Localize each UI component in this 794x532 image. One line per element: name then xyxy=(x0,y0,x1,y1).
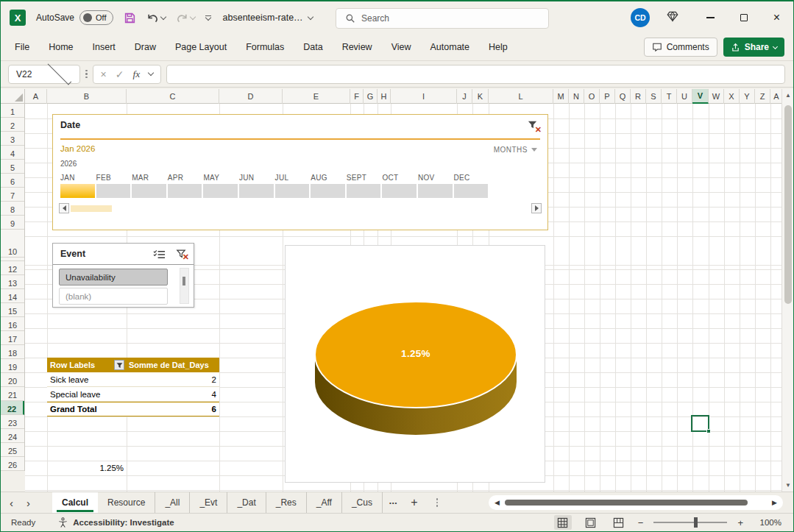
column-header-J-9[interactable]: J xyxy=(457,89,472,104)
timeline-period-dropdown[interactable]: MONTHS xyxy=(494,146,537,154)
column-header-R-17[interactable]: R xyxy=(631,89,646,104)
row-header-24[interactable]: 24 xyxy=(1,429,24,443)
horizontal-scrollbar-thumb[interactable] xyxy=(505,500,748,506)
ribbon-tab-view[interactable]: View xyxy=(382,34,421,60)
row-header-16[interactable]: 16 xyxy=(1,317,24,331)
timeline-scrollbar-thumb[interactable] xyxy=(71,205,112,212)
sheet-prev-button[interactable]: ‹ xyxy=(10,497,13,509)
row-header-5[interactable]: 5 xyxy=(1,160,24,174)
timeline-cell-MAR[interactable] xyxy=(132,184,166,198)
minimize-button[interactable] xyxy=(694,5,727,30)
event-slicer[interactable]: Event ✕ Unavailability(blank) xyxy=(52,243,194,308)
row-header-13[interactable]: 13 xyxy=(1,275,24,289)
cells-area[interactable]: Date ✕ Jan 2026 MONTHS 2026 JANFEBMARAPR… xyxy=(25,104,783,492)
slicer-item-0[interactable]: Unavailability xyxy=(59,269,168,285)
row-header-25[interactable]: 25 xyxy=(1,443,24,457)
row-header-12[interactable]: 12 xyxy=(1,261,24,275)
formula-input[interactable] xyxy=(166,65,785,84)
cell-b25-value[interactable]: 1.25% xyxy=(47,461,127,475)
normal-view-button[interactable] xyxy=(554,515,572,530)
undo-dropdown-icon[interactable] xyxy=(160,13,166,19)
timeline-clear-filter-button[interactable]: ✕ xyxy=(527,119,540,132)
comments-button[interactable]: Comments xyxy=(644,38,717,57)
sheet-tab-_all[interactable]: _All xyxy=(155,492,190,513)
redo-button[interactable] xyxy=(176,12,195,24)
timeline-cell-APR[interactable] xyxy=(168,184,202,198)
zoom-slider[interactable] xyxy=(653,522,727,523)
scroll-down-icon[interactable]: ▼ xyxy=(782,482,794,489)
add-sheet-button[interactable]: + xyxy=(404,492,424,513)
pivot-row-0[interactable]: Sick leave2 xyxy=(47,372,219,387)
row-header-22[interactable]: 22 xyxy=(1,401,24,415)
save-button[interactable] xyxy=(124,12,136,24)
sheet-tab-_aff[interactable]: _Aff xyxy=(307,492,342,513)
timeline-cell-SEPT[interactable] xyxy=(347,184,381,198)
row-header-14[interactable]: 14 xyxy=(1,289,24,303)
timeline-cell-MAY[interactable] xyxy=(203,184,238,198)
accessibility-status[interactable]: Accessibility: Investigate xyxy=(57,517,174,528)
sheet-tab-_evt[interactable]: _Evt xyxy=(190,492,227,513)
sheet-tab-_dat[interactable]: _Dat xyxy=(227,492,266,513)
zoom-slider-thumb[interactable] xyxy=(694,517,698,528)
fx-chevron-icon[interactable] xyxy=(148,70,154,76)
ribbon-tab-automate[interactable]: Automate xyxy=(421,34,480,60)
column-header-L-11[interactable]: L xyxy=(489,89,553,104)
page-break-view-button[interactable] xyxy=(610,515,628,530)
slicer-clear-filter-button[interactable]: ✕ xyxy=(176,249,188,260)
pie-chart[interactable]: 1.25% xyxy=(285,245,545,483)
slicer-scrollbar-thumb[interactable] xyxy=(182,277,185,285)
row-header-26[interactable]: 26 xyxy=(1,457,24,471)
enter-icon[interactable]: ✓ xyxy=(116,68,124,80)
scroll-left-icon[interactable]: ◀ xyxy=(495,499,500,506)
zoom-level[interactable]: 100% xyxy=(754,518,781,527)
scroll-right-icon[interactable]: ▶ xyxy=(772,499,777,506)
column-header-S-18[interactable]: S xyxy=(646,89,662,104)
column-header-C-2[interactable]: C xyxy=(127,89,219,104)
column-header-M-12[interactable]: M xyxy=(553,89,569,104)
column-header-A-0[interactable]: A xyxy=(25,89,47,104)
ribbon-tab-formulas[interactable]: Formulas xyxy=(236,34,294,60)
fill-handle[interactable] xyxy=(706,429,711,433)
row-header-23[interactable]: 23 xyxy=(1,415,24,429)
timeline-cell-AUG[interactable] xyxy=(311,184,345,198)
ribbon-tab-help[interactable]: Help xyxy=(479,34,517,60)
date-timeline-slicer[interactable]: Date ✕ Jan 2026 MONTHS 2026 JANFEBMARAPR… xyxy=(52,114,548,230)
row-header-2[interactable]: 2 xyxy=(1,118,24,132)
row-header-6[interactable]: 6 xyxy=(1,174,24,188)
column-header-V-21[interactable]: V xyxy=(692,89,709,104)
column-header-O-14[interactable]: O xyxy=(584,89,600,104)
ribbon-tab-file[interactable]: File xyxy=(5,34,39,60)
diamond-icon[interactable] xyxy=(666,10,679,26)
column-header-Q-16[interactable]: Q xyxy=(615,89,631,104)
column-header-H-7[interactable]: H xyxy=(377,89,391,104)
column-header-G-6[interactable]: G xyxy=(364,89,377,104)
row-header-9[interactable]: 9 xyxy=(1,216,24,230)
close-button[interactable]: × xyxy=(760,5,793,30)
row-header-19[interactable]: 19 xyxy=(1,359,24,373)
column-header-N-13[interactable]: N xyxy=(569,89,584,104)
timeline-cell-JUL[interactable] xyxy=(275,184,310,198)
timeline-cell-FEB[interactable] xyxy=(96,184,131,198)
undo-button[interactable] xyxy=(146,12,166,24)
row-header-17[interactable]: 17 xyxy=(1,331,24,345)
ribbon-tab-page-layout[interactable]: Page Layout xyxy=(166,34,236,60)
autosave-toggle[interactable]: AutoSave Off xyxy=(36,10,113,25)
sheet-options-button[interactable] xyxy=(425,492,450,513)
zoom-in-button[interactable]: + xyxy=(737,517,743,528)
insert-function-icon[interactable]: fx xyxy=(132,68,140,80)
sheet-tab-resource[interactable]: Resource xyxy=(98,492,155,513)
name-box[interactable]: V22 xyxy=(8,65,80,84)
autosave-switch[interactable]: Off xyxy=(79,10,113,25)
timeline-cell-NOV[interactable] xyxy=(418,184,453,198)
document-title-button[interactable]: absenteeism-rate… xyxy=(223,13,313,23)
column-header-E-4[interactable]: E xyxy=(283,89,350,104)
customize-toolbar-button[interactable] xyxy=(205,15,211,21)
vertical-scrollbar-thumb[interactable] xyxy=(784,105,792,304)
column-header-P-15[interactable]: P xyxy=(600,89,615,104)
ribbon-tab-draw[interactable]: Draw xyxy=(125,34,166,60)
row-header-15[interactable]: 15 xyxy=(1,303,24,317)
row-header-4[interactable]: 4 xyxy=(1,146,24,160)
active-cell-selection[interactable] xyxy=(691,415,709,432)
select-all-button[interactable] xyxy=(1,89,25,104)
row-header-8[interactable]: 8 xyxy=(1,202,24,216)
